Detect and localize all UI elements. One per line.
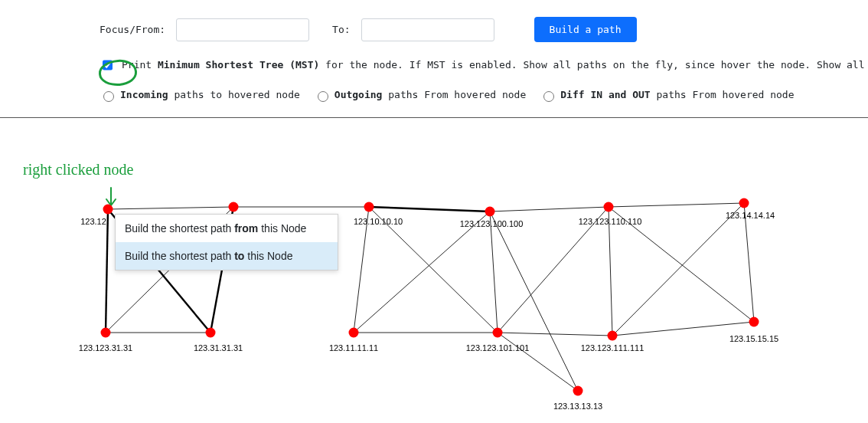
ctx-menu-build-from[interactable]: Build the shortest path from this Node	[116, 215, 338, 242]
graph-node[interactable]	[103, 205, 113, 215]
graph-edge[interactable]	[744, 203, 754, 322]
node-label: 123.123.101.101	[466, 343, 530, 352]
node-label: 123.11.11.11	[329, 343, 378, 352]
graph-node[interactable]	[608, 331, 618, 341]
graph-edge[interactable]	[498, 333, 612, 336]
node-label: 123.123.110.110	[579, 217, 642, 226]
ctx-menu-build-to[interactable]: Build the shortest path to this Node	[116, 242, 338, 270]
graph-node[interactable]	[749, 317, 759, 327]
build-path-button[interactable]: Build a path	[534, 17, 637, 42]
graph-edge[interactable]	[490, 212, 578, 391]
node-label: 123.123.31.31	[79, 343, 132, 352]
node-label: 123.123.100.100	[460, 219, 524, 228]
graph-node[interactable]	[604, 202, 614, 212]
graph-node[interactable]	[206, 328, 216, 338]
graph-edge[interactable]	[369, 207, 490, 212]
graph-node[interactable]	[101, 328, 111, 338]
graph-edge[interactable]	[490, 207, 609, 212]
to-label: To:	[332, 24, 350, 35]
mst-description: Print Minimum Shortest Tree (MST) for th…	[122, 58, 865, 72]
graph-edge[interactable]	[490, 212, 498, 333]
graph-node[interactable]	[349, 328, 359, 338]
divider	[0, 117, 868, 118]
graph-node[interactable]	[493, 328, 503, 338]
node-label: 123.15.15.15	[729, 334, 778, 343]
graph-edge[interactable]	[609, 203, 744, 207]
graph-node[interactable]	[229, 202, 239, 212]
node-label: 123.12	[80, 217, 106, 226]
graph-edge[interactable]	[498, 333, 578, 391]
graph-node[interactable]	[364, 202, 374, 212]
radio-diff[interactable]: Diff IN and OUT paths From hovered node	[540, 88, 794, 102]
radio-outgoing[interactable]: Outgoing paths From hovered node	[314, 88, 526, 102]
focus-from-input[interactable]	[176, 18, 309, 41]
graph-edge[interactable]	[354, 212, 490, 333]
focus-from-label: Focus/From:	[100, 24, 165, 35]
graph-edge[interactable]	[609, 207, 612, 336]
graph-edge[interactable]	[106, 209, 108, 333]
to-input[interactable]	[361, 18, 494, 41]
node-label: 123.123.111.111	[581, 343, 644, 352]
graph-edge[interactable]	[108, 207, 233, 209]
handwriting-annotation: right clicked node	[23, 161, 133, 179]
graph-node[interactable]	[485, 207, 495, 217]
radio-incoming[interactable]: Incoming paths to hovered node	[100, 88, 300, 102]
graph-node[interactable]	[573, 386, 583, 396]
node-label: 123.10.10.10	[354, 217, 403, 226]
context-menu: Build the shortest path from this Node B…	[115, 214, 338, 271]
node-label: 123.31.31.31	[194, 343, 243, 352]
node-label: 123.13.13.13	[553, 402, 602, 411]
node-label: 123.14.14.14	[726, 211, 775, 220]
mst-checkbox[interactable]	[103, 60, 113, 70]
graph-node[interactable]	[739, 198, 749, 208]
